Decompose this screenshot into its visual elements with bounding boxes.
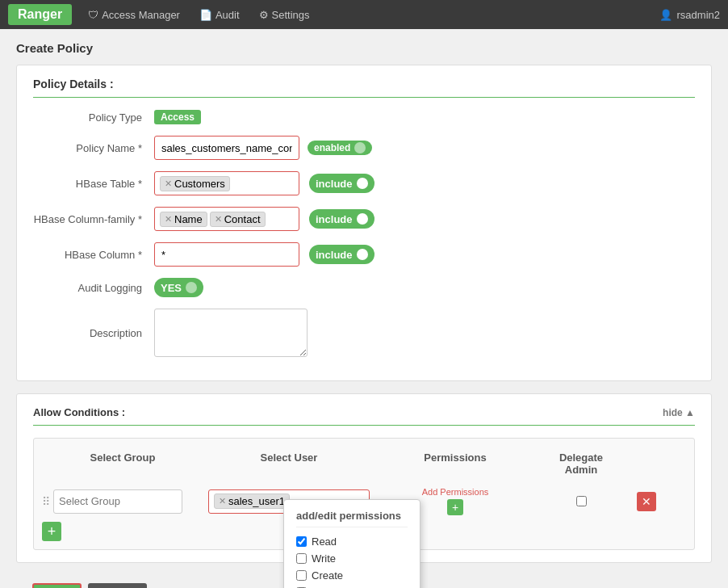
page-title: Create Policy [16,41,712,55]
allow-conditions-label: Allow Conditions : [33,406,125,418]
policy-details-section: Policy Details : Policy Type Access Poli… [16,65,712,381]
hbase-column-family-include-toggle[interactable]: include [309,209,374,229]
settings-icon: ⚙ [259,9,269,21]
popup-write-option: Write [296,552,408,565]
brand-logo[interactable]: Ranger [8,4,72,25]
audit-icon: 📄 [199,9,212,21]
header-permissions: Permissions [374,447,536,481]
delegate-admin-cell [541,496,621,506]
popup-title: add/edit permissions [296,510,408,527]
toggle-knob [354,142,366,153]
header-select-group: Select Group [42,447,203,481]
policy-type-badge: Access [154,110,201,124]
popup-box: add/edit permissions Read Write Create A… [283,499,420,588]
permissions-popup: add/edit permissions Read Write Create A… [283,499,420,588]
remove-user-tag[interactable]: ✕ [219,496,226,506]
include-dot [357,178,368,189]
add-permissions-button[interactable]: + [447,499,463,515]
hbase-column-input[interactable] [154,242,299,267]
policy-name-label: Policy Name * [33,142,154,154]
drag-handle-icon[interactable]: ⠿ [42,495,50,508]
audit-logging-row: Audit Logging YES [33,278,695,297]
hbase-column-family-row: HBase Column-family * ✕ Name ✕ Contact i… [33,207,695,231]
remove-customers-tag[interactable]: ✕ [165,178,172,189]
nav-settings[interactable]: ⚙ Settings [249,4,320,26]
write-checkbox[interactable] [296,553,307,564]
drag-cell: ⠿ [42,489,203,514]
policy-name-input[interactable] [154,136,299,160]
include-dot-col [357,249,368,260]
hbase-table-label: HBase Table * [33,178,154,190]
hbase-table-row: HBase Table * ✕ Customers include [33,171,695,195]
user-icon: 👤 [659,9,672,21]
cancel-button[interactable]: Cancel [88,583,146,588]
yes-toggle-knob [186,282,197,293]
allow-title-bar: Allow Conditions : hide ▲ [33,406,695,426]
hbase-table-include-toggle[interactable]: include [309,174,374,193]
hbase-table-tag: ✕ Customers [160,176,230,191]
hbase-column-family-input[interactable]: ✕ Name ✕ Contact [154,207,299,231]
enabled-label: enabled [314,142,350,153]
policy-type-row: Policy Type Access [33,110,695,124]
enabled-toggle[interactable]: enabled [308,141,372,155]
remove-contact-tag[interactable]: ✕ [215,214,222,225]
include-dot-cf [357,213,368,225]
hbase-column-row: HBase Column * include [33,242,695,267]
delete-cell: ✕ [626,492,667,511]
hbase-column-family-tag-name: ✕ Name [160,212,207,227]
create-checkbox[interactable] [296,570,307,581]
popup-create-option: Create [296,569,408,582]
add-row-button[interactable]: + [42,522,61,541]
audit-logging-label: Audit Logging [33,282,154,294]
conditions-table-header: Select Group Select User Permissions Del… [42,447,686,481]
header-select-user: Select User [208,447,370,481]
audit-logging-toggle[interactable]: YES [154,278,203,297]
read-checkbox[interactable] [296,536,307,547]
shield-icon: 🛡 [88,9,98,21]
hbase-column-family-tag-contact: ✕ Contact [210,212,266,227]
policy-name-row: Policy Name * enabled [33,136,695,160]
remove-name-tag[interactable]: ✕ [165,214,172,225]
hbase-column-label: HBase Column * [33,249,154,261]
hbase-column-include-toggle[interactable]: include [309,245,374,264]
header-delete [626,447,667,481]
select-group-input[interactable] [53,489,182,514]
delegate-admin-checkbox[interactable] [576,496,587,506]
nav-access-manager[interactable]: 🛡 Access Manager [78,4,190,26]
hide-link[interactable]: hide ▲ [663,407,695,418]
add-permissions-label: Add Permissions [422,487,489,497]
add-button[interactable]: Add [32,583,82,588]
user-info: 👤 rsadmin2 [659,9,720,21]
allow-conditions-section: Allow Conditions : hide ▲ Select Group S… [16,393,712,563]
description-textarea[interactable] [154,309,308,357]
nav-audit[interactable]: 📄 Audit [190,4,249,26]
description-row: Description [33,309,695,357]
user-tag-sales-user1: ✕ sales_user1 [214,494,290,509]
description-label: Description [33,327,154,339]
popup-read-option: Read [296,536,408,548]
section-title-policy: Policy Details : [33,78,695,98]
hbase-column-family-label: HBase Column-family * [33,213,154,225]
delete-row-button[interactable]: ✕ [637,492,656,511]
hbase-table-input[interactable]: ✕ Customers [154,171,299,195]
header-delegate-admin: DelegateAdmin [541,447,621,481]
top-navigation: Ranger 🛡 Access Manager 📄 Audit ⚙ Settin… [0,0,728,29]
policy-type-label: Policy Type [33,111,154,124]
